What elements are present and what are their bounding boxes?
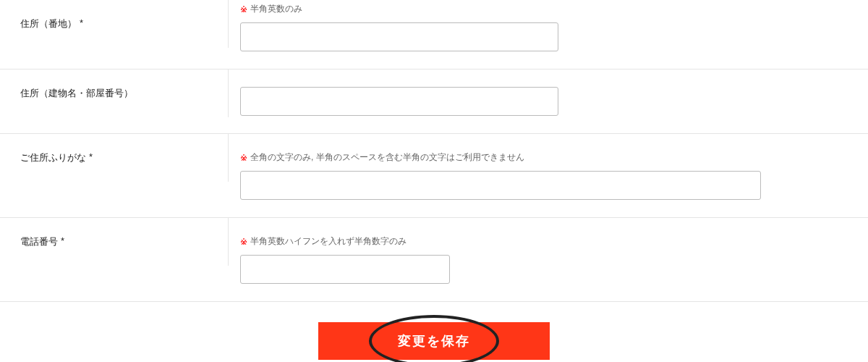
hint-text-furigana: 全角の文字のみ, 半角のスペースを含む半角の文字はご利用できません	[250, 151, 524, 164]
hint-mark-icon: ※	[240, 237, 247, 247]
label-phone: 電話番号 *	[0, 218, 229, 266]
phone-input[interactable]	[240, 255, 450, 284]
label-text-phone: 電話番号	[20, 235, 58, 248]
required-star: *	[61, 235, 64, 246]
hint-street: ※ 半角英数のみ	[240, 3, 839, 15]
label-furigana: ご住所ふりがな *	[0, 134, 229, 182]
input-cell-street: ※ 半角英数のみ	[229, 0, 868, 69]
input-cell-furigana: ※ 全角の文字のみ, 半角のスペースを含む半角の文字はご利用できません	[229, 134, 868, 217]
hint-furigana: ※ 全角の文字のみ, 半角のスペースを含む半角の文字はご利用できません	[240, 151, 839, 164]
street-input[interactable]	[240, 22, 558, 51]
label-text-furigana: ご住所ふりがな	[20, 151, 86, 164]
building-input[interactable]	[240, 87, 558, 116]
input-cell-building	[229, 70, 868, 133]
hint-text-street: 半角英数のみ	[250, 3, 302, 15]
label-text-building: 住所（建物名・部屋番号）	[20, 87, 133, 100]
input-cell-phone: ※ 半角英数ハイフンを入れず半角数字のみ	[229, 218, 868, 301]
label-text-street: 住所（番地）	[20, 17, 77, 30]
hint-mark-icon: ※	[240, 153, 247, 163]
required-star: *	[89, 151, 93, 162]
hint-text-phone: 半角英数ハイフンを入れず半角数字のみ	[250, 235, 407, 248]
row-phone: 電話番号 * ※ 半角英数ハイフンを入れず半角数字のみ	[0, 217, 868, 301]
save-button[interactable]: 変更を保存	[318, 322, 550, 360]
required-star: *	[80, 17, 83, 28]
row-street: 住所（番地） * ※ 半角英数のみ	[0, 0, 868, 69]
submit-row: 変更を保存	[0, 301, 868, 360]
hint-mark-icon: ※	[240, 4, 247, 14]
label-building: 住所（建物名・部屋番号）	[0, 70, 229, 117]
row-furigana: ご住所ふりがな * ※ 全角の文字のみ, 半角のスペースを含む半角の文字はご利用…	[0, 133, 868, 217]
row-building: 住所（建物名・部屋番号）	[0, 69, 868, 133]
address-form: 住所（番地） * ※ 半角英数のみ 住所（建物名・部屋番号） ご住所ふりがな *…	[0, 0, 868, 360]
label-street: 住所（番地） *	[0, 0, 229, 48]
furigana-input[interactable]	[240, 171, 761, 200]
hint-phone: ※ 半角英数ハイフンを入れず半角数字のみ	[240, 235, 839, 248]
